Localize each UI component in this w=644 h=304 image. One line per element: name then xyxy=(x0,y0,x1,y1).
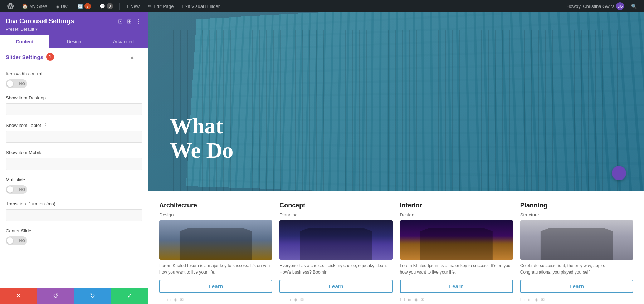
search-button[interactable]: 🔍 xyxy=(628,4,640,9)
tab-content[interactable]: Content xyxy=(0,35,49,48)
show-desktop-input[interactable]: 4 xyxy=(6,103,142,115)
hero-background xyxy=(148,12,644,191)
card-building-0 xyxy=(171,224,261,260)
exit-builder-button[interactable]: Exit Visual Builder xyxy=(180,0,223,12)
hero-text: What We Do xyxy=(170,114,233,162)
email-icon-1[interactable]: ✉ xyxy=(300,297,304,302)
linkedin-icon-3[interactable]: in xyxy=(528,297,531,302)
minimize-icon[interactable]: ⊡ xyxy=(117,17,123,25)
cards-section: Architecture Design Lorem Khaled Ipsum i… xyxy=(148,191,644,304)
save-icon: ✓ xyxy=(127,292,132,300)
panel-tabs: Content Design Advanced xyxy=(0,35,148,48)
cancel-button[interactable]: ✕ xyxy=(0,288,37,304)
save-button[interactable]: ✓ xyxy=(111,288,148,304)
center-slide-toggle-wrapper: NO xyxy=(6,236,142,245)
preset-selector[interactable]: Preset: Default ▾ xyxy=(6,27,142,32)
show-mobile-row: Show item Mobile 1 xyxy=(6,150,142,170)
facebook-icon-0[interactable]: f xyxy=(159,297,160,302)
section-more-icon[interactable]: ⋮ xyxy=(137,54,142,60)
cancel-icon: ✕ xyxy=(16,292,21,300)
settings-panel: Divi Carousel Settings ⊡ ⊞ ⋮ Preset: Def… xyxy=(0,12,148,304)
undo-icon: ↺ xyxy=(53,292,58,300)
add-section-button[interactable]: + xyxy=(612,166,626,180)
pencil-icon: ✏ xyxy=(148,4,152,9)
wordpress-icon xyxy=(7,3,14,9)
learn-button-3[interactable]: Learn xyxy=(520,280,633,293)
item-width-label: Item width control xyxy=(6,71,142,77)
collapse-icon[interactable]: ▲ xyxy=(130,54,135,60)
new-button[interactable]: + New xyxy=(123,0,143,12)
tablet-dots-icon[interactable]: ⋮ xyxy=(43,122,48,128)
my-sites-menu[interactable]: 🏠 My Sites xyxy=(19,0,50,12)
panel-content: Slider Settings 1 ▲ ⋮ Item width control xyxy=(0,48,148,288)
tab-advanced[interactable]: Advanced xyxy=(99,35,148,48)
card-social-1: f t in ◉ ✉ xyxy=(279,297,392,302)
facebook-icon-2[interactable]: f xyxy=(400,297,401,302)
linkedin-icon-2[interactable]: in xyxy=(408,297,411,302)
exit-label: Exit Visual Builder xyxy=(182,4,220,9)
user-greeting[interactable]: Howdy, Christina Gwira CG xyxy=(564,2,627,10)
separator xyxy=(119,3,120,10)
facebook-icon-1[interactable]: f xyxy=(279,297,280,302)
updates-menu[interactable]: 🔄 2 xyxy=(74,0,94,12)
card-image-0 xyxy=(159,220,272,260)
slider-settings-header: Slider Settings 1 ▲ ⋮ xyxy=(0,48,148,65)
show-tablet-input[interactable]: 3 xyxy=(6,131,142,143)
tab-design[interactable]: Design xyxy=(49,35,99,48)
undo-button[interactable]: ↺ xyxy=(37,288,74,304)
twitter-icon-3[interactable]: t xyxy=(524,297,525,302)
edit-page-button[interactable]: ✏ Edit Page xyxy=(145,0,176,12)
email-icon-3[interactable]: ✉ xyxy=(541,297,545,302)
redo-button[interactable]: ↻ xyxy=(74,288,111,304)
twitter-icon-1[interactable]: t xyxy=(284,297,285,302)
show-tablet-row: Show item Tablet ⋮ 3 xyxy=(6,122,142,143)
linkedin-icon-0[interactable]: in xyxy=(167,297,171,302)
twitter-icon-2[interactable]: t xyxy=(404,297,405,302)
learn-button-0[interactable]: Learn xyxy=(159,280,272,293)
card-social-2: f t in ◉ ✉ xyxy=(400,297,513,302)
instagram-icon-0[interactable]: ◉ xyxy=(174,297,177,302)
show-mobile-input[interactable]: 1 xyxy=(6,158,142,170)
twitter-icon-0[interactable]: t xyxy=(163,297,164,302)
wp-logo[interactable] xyxy=(4,0,16,12)
edit-label: Edit Page xyxy=(153,4,174,9)
section-badge: 1 xyxy=(46,53,54,61)
card-subtitle-3: Structure xyxy=(520,212,633,217)
learn-button-1[interactable]: Learn xyxy=(279,280,392,293)
bottom-action-bar: ✕ ↺ ↻ ✓ xyxy=(0,288,148,304)
learn-button-2[interactable]: Learn xyxy=(400,280,513,293)
multislide-toggle-wrapper: NO xyxy=(6,185,142,194)
divi-menu[interactable]: ◈ Divi xyxy=(53,0,72,12)
center-slide-toggle[interactable]: NO xyxy=(6,236,27,245)
transition-label: Transition Duration (ms) xyxy=(6,201,142,206)
show-desktop-row: Show item Desktop 4 xyxy=(6,95,142,115)
sites-icon: 🏠 xyxy=(22,4,28,9)
divi-icon: ◈ xyxy=(56,4,59,9)
item-width-row: Item width control NO xyxy=(6,71,142,88)
center-slide-row: Center Slide NO xyxy=(6,228,142,245)
item-width-toggle[interactable]: NO xyxy=(6,79,27,88)
more-icon[interactable]: ⋮ xyxy=(135,17,142,25)
instagram-icon-2[interactable]: ◉ xyxy=(414,297,418,302)
instagram-icon-1[interactable]: ◉ xyxy=(294,297,297,302)
section-title-text: Slider Settings xyxy=(6,54,43,60)
settings-section: Item width control NO Show item Desktop xyxy=(0,65,148,258)
instagram-icon-3[interactable]: ◉ xyxy=(535,297,538,302)
email-icon-0[interactable]: ✉ xyxy=(180,297,184,302)
show-desktop-label: Show item Desktop xyxy=(6,95,142,100)
card-title-0: Architecture xyxy=(159,202,272,209)
service-card-interior: Interior Design Lorem Khaled Ipsum is a … xyxy=(400,202,513,302)
panel-title-row: Divi Carousel Settings ⊡ ⊞ ⋮ xyxy=(6,17,142,25)
card-desc-0: Lorem Khaled Ipsum is a major key to suc… xyxy=(159,263,272,275)
main-layout: Divi Carousel Settings ⊡ ⊞ ⋮ Preset: Def… xyxy=(0,0,644,304)
card-title-3: Planning xyxy=(520,202,633,209)
admin-bar-right: Howdy, Christina Gwira CG 🔍 xyxy=(564,2,640,10)
expand-icon[interactable]: ⊞ xyxy=(126,17,132,25)
toggle-knob-3 xyxy=(7,237,13,244)
comments-menu[interactable]: 💬 0 xyxy=(97,0,116,12)
linkedin-icon-1[interactable]: in xyxy=(288,297,291,302)
email-icon-2[interactable]: ✉ xyxy=(421,297,424,302)
facebook-icon-3[interactable]: f xyxy=(520,297,521,302)
multislide-toggle[interactable]: NO xyxy=(6,185,27,194)
transition-input[interactable]: 500 xyxy=(6,209,142,221)
